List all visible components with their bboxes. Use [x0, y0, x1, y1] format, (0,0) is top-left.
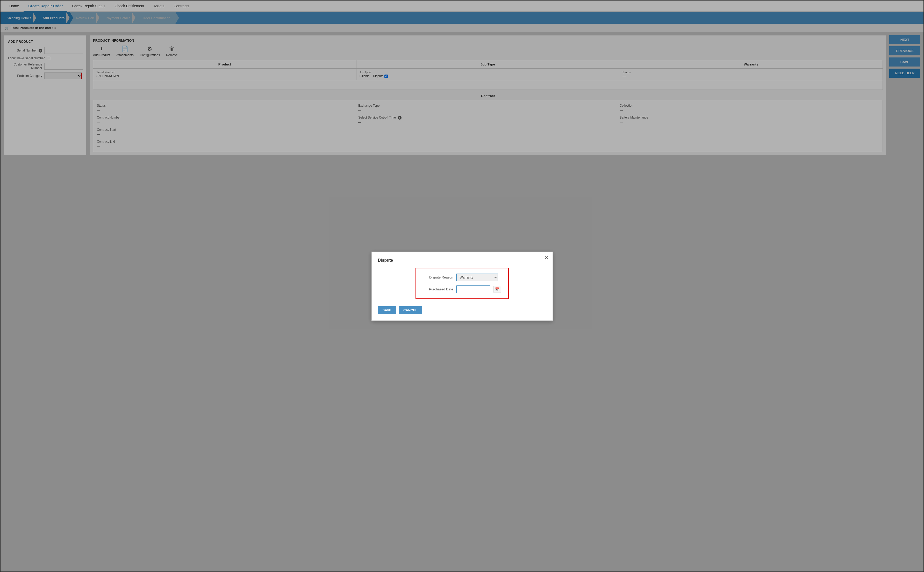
modal-buttons: SAVE CANCEL: [378, 305, 546, 314]
purchased-date-label: Purchased Date: [422, 287, 453, 291]
purchased-date-row: Purchased Date 📅: [422, 286, 502, 293]
modal-close-button[interactable]: ✕: [544, 255, 548, 261]
calendar-icon-button[interactable]: 📅: [493, 286, 501, 292]
purchased-date-input[interactable]: [457, 286, 490, 293]
modal-overlay: Dispute ✕ Dispute Reason Warranty Other …: [0, 0, 924, 572]
modal-title: Dispute: [378, 258, 546, 263]
modal-fields: Dispute Reason Warranty Other Purchased …: [416, 268, 509, 299]
modal-body: Dispute Reason Warranty Other Purchased …: [378, 268, 546, 299]
dispute-reason-label: Dispute Reason: [422, 275, 453, 279]
modal-save-button[interactable]: SAVE: [378, 306, 396, 314]
dispute-reason-select[interactable]: Warranty Other: [457, 274, 498, 281]
dispute-reason-row: Dispute Reason Warranty Other: [422, 274, 502, 281]
modal-cancel-button[interactable]: CANCEL: [399, 306, 422, 314]
dispute-modal: Dispute ✕ Dispute Reason Warranty Other …: [371, 252, 553, 321]
